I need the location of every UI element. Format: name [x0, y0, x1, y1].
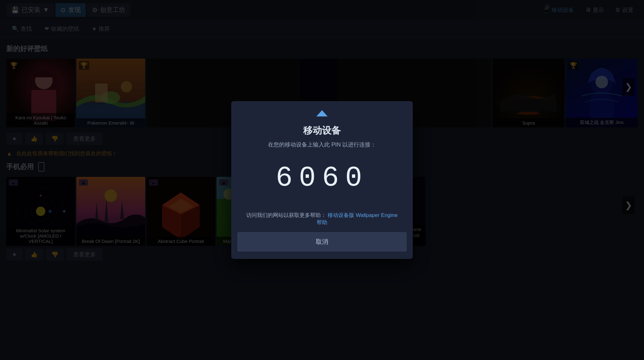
modal-help-text: 访问我们的网站以获取更多帮助： 移动设备版 Wallpaper Engine 帮… — [231, 207, 413, 232]
modal-title: 移动设备 — [231, 122, 413, 141]
help-link[interactable]: 移动设备版 Wallpaper Engine 帮助 — [317, 212, 398, 225]
pin-value: 6060 — [276, 162, 368, 194]
modal-cancel-btn[interactable]: 取消 — [238, 232, 406, 251]
modal-subtitle: 在您的移动设备上输入此 PIN 以进行连接： — [231, 141, 413, 156]
mobile-device-modal: 移动设备 在您的移动设备上输入此 PIN 以进行连接： 6060 访问我们的网站… — [231, 101, 413, 259]
help-prefix: 访问我们的网站以获取更多帮助： — [246, 212, 326, 218]
pin-display: 6060 — [231, 156, 413, 207]
svg-marker-53 — [316, 110, 328, 116]
modal-chevron-icon — [231, 101, 413, 122]
